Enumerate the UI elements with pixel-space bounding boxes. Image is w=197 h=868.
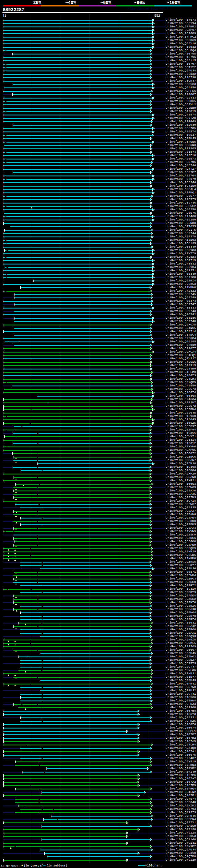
svg-text:UniRef100_Q9SNZ8: UniRef100_Q9SNZ8 — [166, 601, 196, 604]
svg-text:UniRef100_Q9FRZ4: UniRef100_Q9FRZ4 — [166, 618, 196, 621]
svg-text:UniRef100_Q9AUJ5: UniRef100_Q9AUJ5 — [166, 652, 196, 655]
svg-text:UniRef100_Q107B1: UniRef100_Q107B1 — [166, 794, 196, 797]
svg-text:UniRef100_Q9XGX5: UniRef100_Q9XGX5 — [166, 323, 196, 327]
svg-text:UniRef100_Q6A159: UniRef100_Q6A159 — [166, 824, 196, 828]
svg-text:UniRef100_A9PJ78: UniRef100_A9PJ78 — [166, 235, 196, 238]
svg-text:UniRef100_A9PG69: UniRef100_A9PG69 — [166, 120, 196, 123]
svg-text:~60%: ~60% — [100, 0, 111, 5]
svg-text:UniRef100_O49128: UniRef100_O49128 — [166, 831, 196, 834]
svg-text:UniRef100_Q9ZWG4: UniRef100_Q9ZWG4 — [166, 611, 196, 614]
svg-text:UniRef100_Q107B2: UniRef100_Q107B2 — [166, 736, 196, 740]
svg-text:UniRef100_P19308: UniRef100_P19308 — [166, 465, 196, 469]
svg-text:UniRef100_A9NMJ1: UniRef100_A9NMJ1 — [166, 672, 196, 675]
svg-text:UniRef100_P19311: UniRef100_P19311 — [166, 431, 196, 435]
svg-text:UniRef100_C0PPN4: UniRef100_C0PPN4 — [166, 817, 196, 821]
svg-text:UniRef100_A9PHQ1: UniRef100_A9PHQ1 — [166, 191, 196, 194]
svg-text:UniRef100_P26577: UniRef100_P26577 — [166, 194, 196, 198]
svg-text:UniRef100_Q9SAX3: UniRef100_Q9SAX3 — [166, 526, 196, 530]
svg-text:UniRef100_Q9ZWG9: UniRef100_Q9ZWG9 — [166, 486, 196, 489]
svg-text:=100char.: =100char. — [145, 864, 162, 867]
svg-text:UniRef100_Q39748: UniRef100_Q39748 — [166, 320, 196, 323]
svg-text:UniRef100_Q9SAW4: UniRef100_Q9SAW4 — [166, 516, 196, 520]
svg-text:UniRef100_O22487: UniRef100_O22487 — [166, 756, 196, 760]
svg-text:UniRef100_P12468: UniRef100_P12468 — [166, 215, 196, 218]
svg-text:UniRef100_Q9ZWG6: UniRef100_Q9ZWG6 — [166, 455, 196, 459]
svg-text:UniRef100_Q107A7: UniRef100_Q107A7 — [166, 777, 196, 780]
svg-text:UniRef100_Q5ZF97: UniRef100_Q5ZF97 — [166, 425, 196, 428]
svg-text:UniRef100_Q107A2: UniRef100_Q107A2 — [166, 780, 196, 784]
svg-text:UniRef100_P26576: UniRef100_P26576 — [166, 211, 196, 215]
svg-text:UniRef100_Q9ZRI4: UniRef100_Q9ZRI4 — [166, 279, 196, 282]
svg-text:UniRef100_Q9SP00: UniRef100_Q9SP00 — [166, 628, 196, 631]
svg-text:UniRef100_P04715: UniRef100_P04715 — [166, 259, 196, 262]
svg-text:UniRef100_Q9ZRS5: UniRef100_Q9ZRS5 — [166, 560, 196, 563]
svg-text:(in Subject): (in Subject) — [46, 864, 67, 867]
svg-text:UniRef100_Q9FUJ4: UniRef100_Q9FUJ4 — [166, 69, 196, 72]
svg-text:UniRef100_P00865: UniRef100_P00865 — [166, 99, 196, 103]
svg-text:UniRef100_Q2PW45: UniRef100_Q2PW45 — [166, 814, 196, 817]
svg-text:UniRef100_Q9SBU5: UniRef100_Q9SBU5 — [166, 523, 196, 526]
svg-text:UniRef100_Q64FQ1: UniRef100_Q64FQ1 — [166, 353, 196, 357]
svg-text:UniRef100_Q9SNW4: UniRef100_Q9SNW4 — [166, 699, 196, 702]
svg-text:UniRef100_P16032: UniRef100_P16032 — [166, 45, 196, 49]
svg-text:UniRef100_P05346: UniRef100_P05346 — [166, 181, 196, 184]
svg-text:UniRef100_Q9ZSS5: UniRef100_Q9ZSS5 — [166, 506, 196, 509]
svg-text:UniRef100_Q9SAX1: UniRef100_Q9SAX1 — [166, 631, 196, 634]
svg-text:AlignView.on Beta rel.7: AlignView.on Beta rel.7 — [128, 7, 168, 10]
svg-text:UniRef100_P16031: UniRef100_P16031 — [166, 621, 196, 624]
svg-text:UniRef100_P26574: UniRef100_P26574 — [166, 130, 196, 133]
svg-text:~100%: ~100% — [167, 0, 180, 5]
svg-text:UniRef100_Q9SAX7: UniRef100_Q9SAX7 — [166, 509, 196, 513]
svg-text:UniRef100_Q9S800: UniRef100_Q9S800 — [166, 520, 196, 523]
svg-text:UniRef100_P32764: UniRef100_P32764 — [166, 174, 196, 177]
svg-text:UniRef100_A9NNZ8: UniRef100_A9NNZ8 — [166, 638, 196, 641]
svg-text:UniRef100_A9NZM2: UniRef100_A9NZM2 — [166, 804, 196, 807]
svg-text:UniRef100_Q9FEE4: UniRef100_Q9FEE4 — [166, 594, 196, 597]
svg-text:UniRef100_O22645: UniRef100_O22645 — [166, 411, 196, 414]
svg-text:UniRef100_Q9ZP07: UniRef100_Q9ZP07 — [166, 28, 196, 32]
svg-text:UniRef100_Q9SAW7: UniRef100_Q9SAW7 — [166, 459, 196, 462]
svg-text:UniRef100_Q36688: UniRef100_Q36688 — [166, 540, 196, 543]
svg-text:UniRef100_Q9ZSS1: UniRef100_Q9ZSS1 — [166, 716, 196, 719]
svg-text:UniRef100_Q106Y4: UniRef100_Q106Y4 — [166, 726, 196, 730]
svg-text:UniRef100_O50053: UniRef100_O50053 — [166, 834, 196, 838]
svg-text:UniRef100_Q84NG4: UniRef100_Q84NG4 — [166, 333, 196, 337]
svg-text:UniRef100_Q08183: UniRef100_Q08183 — [166, 248, 196, 252]
svg-text:UniRef100_P18960: UniRef100_P18960 — [166, 414, 196, 418]
svg-text:UniRef100_Q107B6: UniRef100_Q107B6 — [166, 773, 196, 777]
svg-text:UniRef100_A9YTZ7: UniRef100_A9YTZ7 — [166, 167, 196, 170]
svg-text:UniRef100_Q9AUJ3: UniRef100_Q9AUJ3 — [166, 679, 196, 682]
svg-text:UniRef100_Q9SAW6: UniRef100_Q9SAW6 — [166, 513, 196, 516]
svg-text:20%: 20% — [33, 0, 41, 5]
svg-text:UniRef100_Q9AQX3: UniRef100_Q9AQX3 — [166, 634, 196, 638]
svg-text:UniRef100_P10796: UniRef100_P10796 — [166, 55, 196, 59]
svg-text:UniRef100_Q84QE5: UniRef100_Q84QE5 — [166, 140, 196, 144]
svg-text:UniRef100_Q42815: UniRef100_Q42815 — [166, 110, 196, 113]
svg-text:UniRef100_Q9SAW9: UniRef100_Q9SAW9 — [166, 543, 196, 547]
svg-text:UniRef100_O22573: UniRef100_O22573 — [166, 388, 196, 391]
svg-text:UniRef100_A9NML5: UniRef100_A9NML5 — [166, 641, 196, 645]
svg-text:UniRef100_Q08185: UniRef100_Q08185 — [166, 340, 196, 343]
svg-text:UniRef100_A9NLD6: UniRef100_A9NLD6 — [166, 553, 196, 557]
svg-text:UniRef100_Q40004: UniRef100_Q40004 — [166, 469, 196, 472]
svg-text:UniRef100_P19310: UniRef100_P19310 — [166, 587, 196, 591]
svg-text:UniRef100_Q39747: UniRef100_Q39747 — [166, 303, 196, 306]
svg-text:UniRef100_Q39743: UniRef100_Q39743 — [166, 309, 196, 313]
svg-text:UniRef100_Q9ZRS6: UniRef100_Q9ZRS6 — [166, 536, 196, 540]
svg-text:UniRef100_P05349: UniRef100_P05349 — [166, 272, 196, 276]
svg-text:UniRef100_Q9ZSS0: UniRef100_Q9ZSS0 — [166, 581, 196, 584]
svg-text:UniRef100_Q9SEB9: UniRef100_Q9SEB9 — [166, 106, 196, 110]
svg-text:UniRef100_O48550: UniRef100_O48550 — [166, 384, 196, 388]
svg-text:UniRef100_Q2QTK0: UniRef100_Q2QTK0 — [166, 855, 196, 858]
svg-text:UniRef100_P08705: UniRef100_P08705 — [166, 127, 196, 130]
svg-text:UniRef100_Q106Z6: UniRef100_Q106Z6 — [166, 723, 196, 726]
svg-text:UniRef100_P24007: UniRef100_P24007 — [166, 93, 196, 96]
svg-text:UniRef100_Q2QTJ1: UniRef100_Q2QTJ1 — [166, 692, 196, 695]
svg-text:UniRef100_P00868: UniRef100_P00868 — [166, 394, 196, 398]
svg-text:UniRef100_A7YVW6: UniRef100_A7YVW6 — [166, 445, 196, 448]
svg-text:UniRef100_P10053: UniRef100_P10053 — [166, 482, 196, 486]
svg-text:UniRef100_Q9SNZ6: UniRef100_Q9SNZ6 — [166, 604, 196, 608]
svg-text:UniRef100_Q306K0: UniRef100_Q306K0 — [166, 144, 196, 147]
svg-text:UniRef100_Q6A160: UniRef100_Q6A160 — [166, 838, 196, 841]
svg-text:UniRef100_B6RHQ4: UniRef100_B6RHQ4 — [166, 787, 196, 790]
